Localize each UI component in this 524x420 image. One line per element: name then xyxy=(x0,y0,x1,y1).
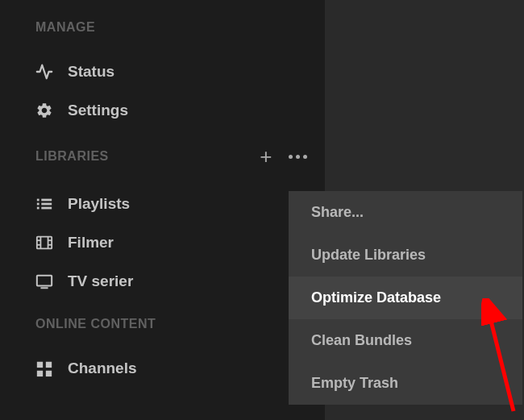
svg-rect-5 xyxy=(41,207,52,210)
dropdown-item-optimize-database[interactable]: Optimize Database xyxy=(289,277,522,319)
sidebar-item-label: Channels xyxy=(68,360,137,377)
sidebar-item-settings[interactable]: Settings xyxy=(0,91,325,130)
plus-icon[interactable]: + xyxy=(260,146,272,167)
list-icon xyxy=(35,195,53,213)
dropdown-item-update-libraries[interactable]: Update Libraries xyxy=(289,234,522,277)
section-label: MANAGE xyxy=(35,20,95,35)
sidebar-item-label: Playlists xyxy=(68,195,130,213)
dropdown-item-label: Optimize Database xyxy=(311,289,441,306)
svg-rect-2 xyxy=(37,207,40,210)
sidebar-item-label: Status xyxy=(68,63,114,81)
section-header-libraries: LIBRARIES + xyxy=(0,146,325,185)
gear-icon xyxy=(35,102,53,119)
dropdown-item-label: Clean Bundles xyxy=(311,332,412,348)
svg-rect-1 xyxy=(37,203,40,206)
section-label: ONLINE CONTENT xyxy=(35,317,156,331)
sidebar-item-playlists[interactable]: Playlists xyxy=(0,185,325,223)
svg-rect-6 xyxy=(37,237,52,249)
svg-rect-16 xyxy=(46,362,52,368)
svg-rect-0 xyxy=(37,199,40,202)
svg-rect-3 xyxy=(41,199,52,202)
section-label: LIBRARIES xyxy=(35,149,109,164)
sidebar-item-label: Filmer xyxy=(68,234,114,252)
svg-rect-18 xyxy=(46,371,52,376)
activity-icon xyxy=(35,63,53,81)
section-header-online: ONLINE CONTENT xyxy=(0,317,325,349)
svg-rect-15 xyxy=(37,362,43,368)
dropdown-item-label: Update Libraries xyxy=(311,247,426,263)
dropdown-item-clean-bundles[interactable]: Clean Bundles xyxy=(289,319,522,362)
svg-rect-4 xyxy=(41,203,52,206)
tv-icon xyxy=(35,272,53,290)
dropdown-item-share[interactable]: Share... xyxy=(289,191,522,234)
dropdown-item-label: Empty Trash xyxy=(311,375,398,391)
sidebar-item-label: Settings xyxy=(68,102,128,119)
svg-rect-13 xyxy=(37,276,52,286)
sidebar-item-filmer[interactable]: Filmer xyxy=(0,223,325,262)
film-icon xyxy=(35,234,53,252)
more-icon[interactable] xyxy=(289,155,307,159)
sidebar-item-label: TV serier xyxy=(68,272,133,290)
dropdown-item-label: Share... xyxy=(311,204,364,220)
sidebar-item-channels[interactable]: Channels xyxy=(0,349,325,388)
libraries-header-actions: + xyxy=(260,146,307,167)
libraries-dropdown: Share... Update Libraries Optimize Datab… xyxy=(289,191,522,405)
grid-icon xyxy=(35,360,53,377)
section-header-manage: MANAGE xyxy=(0,20,325,52)
sidebar-item-status[interactable]: Status xyxy=(0,52,325,91)
sidebar: MANAGE Status Settings LIBRARIES + Playl… xyxy=(0,0,325,420)
svg-rect-17 xyxy=(37,371,43,376)
sidebar-item-tvserier[interactable]: TV serier xyxy=(0,262,325,301)
dropdown-item-empty-trash[interactable]: Empty Trash xyxy=(289,362,522,405)
